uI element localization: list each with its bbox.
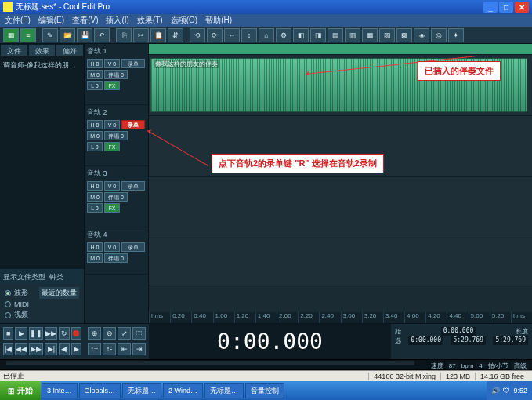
track-name[interactable]: 音轨 2 [87, 107, 146, 118]
tab-effects[interactable]: 效果 [28, 44, 56, 56]
toolbar-mix-button[interactable]: ⇵ [168, 28, 183, 42]
goto-start-button[interactable]: |◀ [3, 343, 13, 355]
track-name[interactable]: 音轨 4 [87, 230, 146, 240]
tk-rec[interactable]: 录单 [121, 181, 145, 191]
list-item[interactable]: 调音师-像我这样的朋… [3, 60, 81, 71]
close-button[interactable]: ✕ [515, 2, 529, 13]
toolbar-copy-button[interactable]: ⎘ [116, 28, 132, 42]
tk-l[interactable]: L 0 [87, 142, 103, 151]
toolbar-btn-f[interactable]: ⚙ [276, 28, 291, 42]
toolbar-cut-button[interactable]: ✂ [133, 28, 149, 42]
toolbar-btn-e[interactable]: ⌂ [259, 28, 274, 42]
taskbar-item[interactable]: 2 Wind… [163, 383, 203, 398]
tk-rec-armed[interactable]: 录单 [121, 120, 145, 129]
tk-l[interactable]: L 0 [87, 203, 103, 213]
tray-icon[interactable]: 🛡 [503, 387, 510, 395]
stop-button[interactable]: ■ [3, 327, 13, 340]
toolbar-btn-k[interactable]: ▦ [362, 28, 378, 42]
prev-marker-button[interactable]: ◀ [59, 343, 69, 355]
tab-prefs[interactable]: 偏好 [56, 44, 84, 56]
file-list[interactable]: 调音师-像我这样的朋… [0, 56, 84, 268]
tk-acc[interactable]: 伴唱 0 [104, 131, 128, 140]
radio-video[interactable] [5, 312, 11, 318]
tab-files[interactable]: 文件 [0, 44, 28, 56]
maximize-button[interactable]: □ [499, 2, 513, 13]
menu-edit[interactable]: 编辑(E) [38, 15, 64, 26]
time-ruler[interactable]: hms0:200:401:001:201:402:002:202:403:003… [149, 312, 532, 323]
zoom-in-h-button[interactable]: ⊕ [88, 327, 101, 340]
tk-l[interactable]: L 0 [87, 81, 103, 90]
tk-m[interactable]: M 0 [87, 131, 103, 140]
toolbar-paste-button[interactable]: 📋 [150, 28, 166, 42]
beats-field[interactable]: 4 [476, 362, 484, 369]
menu-view[interactable]: 查看(V) [72, 15, 98, 26]
track-lane-3[interactable] [149, 177, 532, 238]
tk-fx[interactable]: FX [104, 203, 120, 213]
menu-insert[interactable]: 插入(I) [106, 15, 128, 26]
tk-acc[interactable]: 伴唱 0 [104, 70, 128, 79]
tk-v[interactable]: V 0 [104, 242, 120, 252]
zoom-out-h-button[interactable]: ⊖ [103, 327, 116, 340]
tk-acc[interactable]: 伴唱 0 [104, 192, 128, 202]
tk-rec[interactable]: 录单 [121, 59, 145, 68]
ffwd-button[interactable]: ▶▶ [29, 343, 43, 355]
zoom-right-button[interactable]: ⇥ [132, 343, 146, 355]
menu-effects[interactable]: 效果(T) [137, 15, 163, 26]
system-tray[interactable]: 🔊 🛡 9:52 [487, 381, 532, 400]
tk-fx[interactable]: FX [104, 142, 120, 151]
tk-v[interactable]: V 0 [104, 59, 120, 68]
toolbar-btn-h[interactable]: ◨ [310, 28, 326, 42]
toolbar-btn-b[interactable]: ⟳ [207, 28, 223, 42]
bpm-field[interactable]: 87 [447, 362, 458, 369]
toolbar-btn-j[interactable]: ▥ [345, 28, 360, 42]
sel-end-value[interactable]: 5:29.769 [451, 336, 486, 345]
menu-options[interactable]: 选项(O) [171, 15, 197, 26]
minimize-button[interactable]: _ [483, 2, 498, 13]
pos-value[interactable]: 0:00.000 [441, 327, 476, 336]
pause-button[interactable]: ❚❚ [29, 327, 43, 340]
tk-fx[interactable]: FX [104, 81, 120, 90]
tk-h[interactable]: H 0 [87, 242, 103, 252]
toolbar-btn-g[interactable]: ◧ [293, 28, 309, 42]
taskbar-item[interactable]: 无标题… [122, 383, 161, 398]
mode-edit-button[interactable]: ▦ [3, 28, 19, 42]
toolbar-open-button[interactable]: 📂 [60, 28, 75, 42]
tk-v[interactable]: V 0 [104, 120, 120, 129]
toolbar-btn-l[interactable]: ▧ [379, 28, 395, 42]
menu-help[interactable]: 帮助(H) [205, 15, 232, 26]
track-name[interactable]: 音轨 3 [87, 169, 146, 179]
recent-dropdown[interactable]: 最近的数量 [39, 287, 79, 299]
play-button[interactable]: ▶ [15, 327, 27, 340]
advanced-button[interactable]: 高级 [512, 362, 529, 370]
zoom-left-button[interactable]: ⇤ [118, 343, 131, 355]
taskbar-item[interactable]: 音量控制 [245, 383, 284, 398]
toolbar-new-button[interactable]: ✎ [42, 28, 58, 42]
tk-m[interactable]: M 0 [87, 70, 103, 79]
toolbar-btn-c[interactable]: ↔ [224, 28, 240, 42]
toolbar-btn-a[interactable]: ⟲ [190, 28, 205, 42]
track-lane-4[interactable] [149, 238, 532, 285]
timeline-area[interactable]: 像我这样的朋友的伴奏 hms0:200:401:001:201:402:002:… [149, 44, 532, 323]
zoom-out-v-button[interactable]: ↕- [103, 343, 116, 355]
toolbar-btn-i[interactable]: ▤ [328, 28, 343, 42]
next-marker-button[interactable]: ▶ [71, 343, 81, 355]
track-name[interactable]: 音轨 1 [87, 46, 146, 56]
tk-h[interactable]: H 0 [87, 181, 103, 191]
toolbar-btn-d[interactable]: ↕ [241, 28, 257, 42]
zoom-sel-button[interactable]: ⬚ [132, 327, 146, 340]
tk-m[interactable]: M 0 [87, 192, 103, 202]
toolbar-save-button[interactable]: 💾 [77, 28, 92, 42]
overview-strip[interactable] [149, 44, 532, 55]
radio-midi[interactable] [5, 301, 11, 307]
toolbar-btn-n[interactable]: ◈ [414, 28, 429, 42]
play-loop-button[interactable]: ▶▶ [45, 327, 57, 340]
goto-end-button[interactable]: ▶| [45, 343, 57, 355]
tk-acc[interactable]: 伴唱 0 [104, 253, 128, 263]
mode-multitrack-button[interactable]: ≡ [20, 28, 36, 42]
tk-h[interactable]: H 0 [87, 59, 103, 68]
tk-h[interactable]: H 0 [87, 120, 103, 129]
menu-file[interactable]: 文件(F) [5, 15, 31, 26]
taskbar-item[interactable]: 3 Inte… [42, 383, 78, 398]
toolbar-btn-o[interactable]: ◎ [431, 28, 447, 42]
toolbar-btn-p[interactable]: ✦ [448, 28, 464, 42]
